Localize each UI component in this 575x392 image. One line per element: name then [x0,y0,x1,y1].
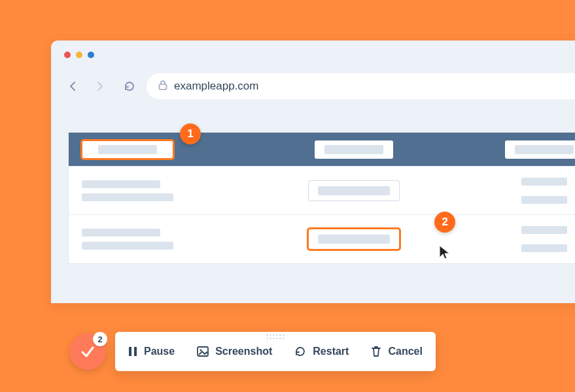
cursor-icon [438,244,451,260]
back-button[interactable] [64,77,82,95]
header-cell-box[interactable] [505,140,575,159]
header-cell [272,140,436,159]
svg-rect-1 [129,347,131,356]
placeholder-text [521,226,567,234]
step-marker-2: 2 [434,212,455,233]
recorder-status-badge[interactable]: 2 [69,333,106,370]
step-marker-1: 1 [180,123,201,144]
cell-value-box[interactable] [308,180,400,201]
restart-label: Restart [313,346,349,357]
trash-icon [371,346,381,357]
placeholder-text [521,196,567,204]
table-header-row [69,133,575,167]
placeholder-text [82,193,173,201]
cancel-button[interactable]: Cancel [371,346,422,357]
recorder-toolbar: Pause Screenshot Restart Cancel [115,332,436,371]
header-cell [82,140,246,159]
drag-handle-icon[interactable] [266,335,284,339]
highlighted-cell[interactable] [308,229,400,250]
data-table: 1 [68,132,575,264]
header-cell [462,140,575,159]
table-cell [462,226,575,252]
browser-window: exampleapp.com 1 [51,41,575,303]
check-icon [79,343,96,360]
placeholder-text [82,242,173,250]
recorder-toolbar-wrap: 2 Pause Screenshot Restart Cancel [69,332,436,371]
browser-navbar: exampleapp.com [51,69,575,108]
lock-icon [158,80,167,93]
page-content: 1 [51,108,575,303]
table-cell [272,180,436,201]
table-cell [82,229,246,250]
forward-button[interactable] [90,77,109,95]
svg-point-4 [200,350,202,351]
placeholder-text [82,229,160,237]
screenshot-button[interactable]: Screenshot [197,346,272,357]
pause-icon [128,346,137,357]
maximize-window-icon[interactable] [88,52,94,58]
svg-rect-0 [160,84,167,90]
table-cell: 2 [272,229,436,250]
cancel-label: Cancel [388,346,422,357]
address-bar[interactable]: exampleapp.com [147,73,575,99]
svg-rect-2 [134,347,137,356]
table-row [69,167,575,215]
table-cell [462,178,575,204]
placeholder-text [82,180,160,188]
step-count-badge: 2 [93,332,107,346]
window-titlebar [51,41,575,69]
placeholder-text [521,178,567,186]
restart-button[interactable]: Restart [294,346,349,357]
table-cell [82,180,246,201]
pause-label: Pause [144,346,175,357]
restart-icon [294,346,306,357]
header-cell-box[interactable] [315,140,393,159]
reload-button[interactable] [120,77,139,95]
placeholder-text [521,244,567,252]
screenshot-label: Screenshot [215,346,272,357]
close-window-icon[interactable] [64,52,71,58]
table-row: 2 [69,215,575,263]
highlighted-header-cell[interactable] [82,140,173,159]
url-text: exampleapp.com [174,80,258,93]
minimize-window-icon[interactable] [76,52,82,58]
pause-button[interactable]: Pause [128,346,175,357]
image-icon [197,346,209,357]
